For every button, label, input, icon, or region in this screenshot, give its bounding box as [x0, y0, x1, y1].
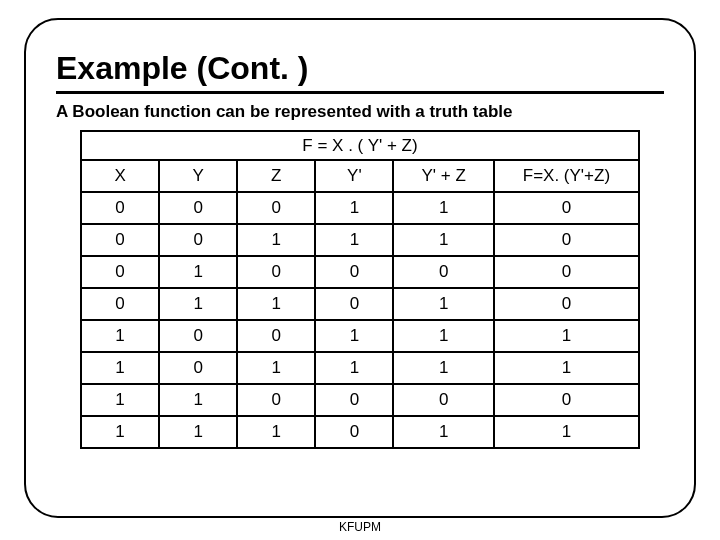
table-cell: 1	[393, 352, 493, 384]
table-cell: 1	[494, 416, 639, 448]
table-cell: 1	[315, 320, 393, 352]
table-cell: 1	[315, 224, 393, 256]
table-row: 1 0 0 1 1 1	[81, 320, 639, 352]
table-row: 1 1 1 0 1 1	[81, 416, 639, 448]
table-cell: 1	[494, 320, 639, 352]
table-cell: 0	[237, 192, 315, 224]
table-cell: 0	[494, 384, 639, 416]
table-cell: 0	[159, 320, 237, 352]
table-cell: 0	[315, 416, 393, 448]
table-cell: 1	[81, 384, 159, 416]
slide-frame: Example (Cont. ) A Boolean function can …	[24, 18, 696, 518]
slide-title: Example (Cont. )	[56, 50, 664, 87]
table-header: Y	[159, 160, 237, 192]
table-cell: 1	[81, 416, 159, 448]
table-cell: 0	[393, 256, 493, 288]
table-header: Y' + Z	[393, 160, 493, 192]
table-cell: 1	[237, 288, 315, 320]
table-cell: 0	[494, 256, 639, 288]
table-cell: 1	[237, 224, 315, 256]
table-cell: 0	[315, 384, 393, 416]
table-cell: 1	[494, 352, 639, 384]
table-cell: 1	[159, 416, 237, 448]
table-cell: 1	[393, 320, 493, 352]
table-cell: 0	[81, 192, 159, 224]
table-body: 0 0 0 1 1 0 0 0 1 1 1 0	[81, 192, 639, 448]
table-cell: 0	[393, 384, 493, 416]
table-cell: 0	[81, 256, 159, 288]
table-cell: 1	[315, 352, 393, 384]
table-header: Z	[237, 160, 315, 192]
table-cell: 0	[81, 224, 159, 256]
table-cell: 1	[81, 352, 159, 384]
table-row: 0 0 1 1 1 0	[81, 224, 639, 256]
table-cell: 1	[159, 256, 237, 288]
title-divider	[56, 91, 664, 94]
table-row: 0 1 0 0 0 0	[81, 256, 639, 288]
table-cell: 1	[393, 416, 493, 448]
table-cell: 1	[237, 416, 315, 448]
table-row: 0 1 1 0 1 0	[81, 288, 639, 320]
table-header: X	[81, 160, 159, 192]
truth-table-container: F = X . ( Y' + Z) X Y Z Y' Y' + Z F=X. (…	[80, 130, 640, 449]
table-row: 1 1 0 0 0 0	[81, 384, 639, 416]
slide-subtitle: A Boolean function can be represented wi…	[56, 102, 664, 122]
table-cell: 1	[315, 192, 393, 224]
table-cell: 1	[81, 320, 159, 352]
table-cell: 0	[159, 192, 237, 224]
table-cell: 0	[315, 256, 393, 288]
table-caption: F = X . ( Y' + Z)	[80, 130, 640, 159]
table-cell: 0	[494, 288, 639, 320]
table-cell: 1	[159, 384, 237, 416]
table-row: 0 0 0 1 1 0	[81, 192, 639, 224]
slide-footer: KFUPM	[0, 520, 720, 534]
table-cell: 0	[237, 256, 315, 288]
table-cell: 0	[237, 320, 315, 352]
table-cell: 0	[494, 224, 639, 256]
table-cell: 1	[393, 192, 493, 224]
table-cell: 1	[159, 288, 237, 320]
table-header: F=X. (Y'+Z)	[494, 160, 639, 192]
table-cell: 0	[494, 192, 639, 224]
table-cell: 0	[159, 224, 237, 256]
table-header-row: X Y Z Y' Y' + Z F=X. (Y'+Z)	[81, 160, 639, 192]
slide: Example (Cont. ) A Boolean function can …	[0, 0, 720, 540]
table-cell: 0	[81, 288, 159, 320]
table-cell: 0	[237, 384, 315, 416]
table-row: 1 0 1 1 1 1	[81, 352, 639, 384]
truth-table: X Y Z Y' Y' + Z F=X. (Y'+Z) 0 0 0 1 1	[80, 159, 640, 449]
table-cell: 1	[393, 288, 493, 320]
table-cell: 1	[393, 224, 493, 256]
table-cell: 0	[315, 288, 393, 320]
table-header: Y'	[315, 160, 393, 192]
table-cell: 1	[237, 352, 315, 384]
table-cell: 0	[159, 352, 237, 384]
